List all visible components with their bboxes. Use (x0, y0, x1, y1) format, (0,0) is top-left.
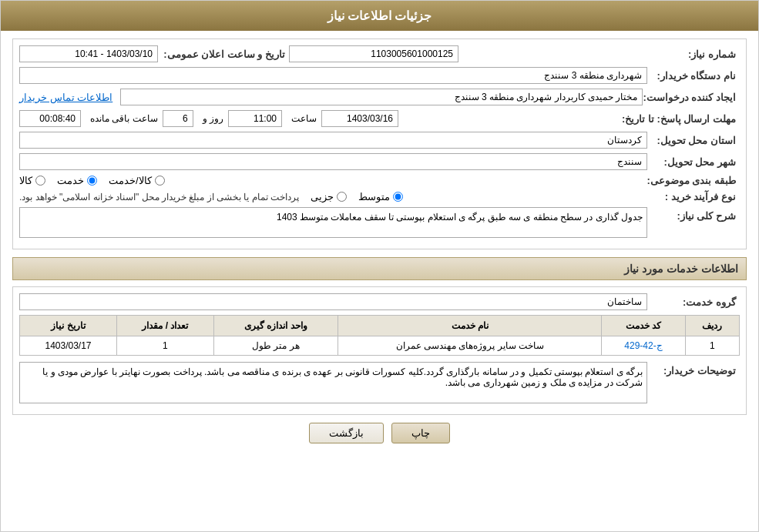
col-radif: ردیف (685, 316, 739, 336)
mohlat-value-cell: ساعت روز و ساعت باقی مانده (19, 110, 622, 127)
motovaset-item: متوسط (358, 191, 403, 202)
ijad-row: ایجاد کننده درخواست: اطلاعات تماس خریدار (19, 89, 740, 105)
sharh-value-cell: جدول گذاری در سطح منطقه ی سه طبق پرگه ی … (19, 207, 647, 238)
tabaqe-row: طبقه بندی موضوعی: کالا/خدمت خدمت (19, 175, 740, 186)
basic-info-section: شماره نیاز: تاریخ و ساعت اعلان عمومی: نا… (12, 38, 747, 249)
farayand-label: نوع فرآیند خرید : (647, 191, 740, 202)
back-button[interactable]: بازگشت (309, 423, 384, 443)
tosih-value-cell: برگه ی استعلام بپوستی تکمیل و در سامانه … (19, 362, 647, 403)
ijad-value-cell: اطلاعات تماس خریدار (19, 89, 643, 105)
page-wrapper: جزئیات اطلاعات نیاز شماره نیاز: تاریخ و … (0, 0, 759, 532)
radio-kala-khadamat[interactable] (155, 176, 165, 186)
dastgah-value-cell (19, 67, 647, 84)
sharh-row: شرح کلی نیاز: جدول گذاری در سطح منطقه ی … (19, 207, 740, 238)
mohlat-row: مهلت ارسال پاسخ: تا تاریخ: ساعت روز و سا… (19, 110, 740, 127)
group-input[interactable] (19, 293, 647, 310)
shomare-label: شماره نیاز: (647, 49, 740, 60)
farayand-group: متوسط جزیی پرداخت تمام یا بخشی از مبلغ خ… (19, 191, 403, 202)
radio-kala-khadamat-item: کالا/خدمت (109, 175, 165, 186)
radio-khadamat-item: خدمت (57, 175, 97, 186)
ijad-input[interactable] (120, 89, 643, 105)
radio-kala-item: کالا (19, 175, 45, 186)
dastgah-row: نام دستگاه خریدار: (19, 67, 740, 84)
tosih-label: توضیحات خریدار: (647, 362, 740, 376)
page-header: جزئیات اطلاعات نیاز (1, 1, 758, 31)
group-value-cell (19, 293, 647, 310)
tabaqe-radio-group: کالا/خدمت خدمت کالا (19, 175, 165, 186)
farayand-value-cell: متوسط جزیی پرداخت تمام یا بخشی از مبلغ خ… (19, 191, 647, 202)
shomare-value-cell (289, 45, 647, 62)
ostan-value-cell (19, 132, 647, 149)
radio-motovaset[interactable] (393, 192, 403, 202)
services-table: ردیف کد خدمت نام خدمت واحد اندازه گیری ت… (19, 315, 740, 356)
shomare-row: شماره نیاز: تاریخ و ساعت اعلان عمومی: (19, 45, 740, 62)
mohlat-group: ساعت روز و ساعت باقی مانده (19, 110, 398, 127)
ettelaat-tamas-link[interactable]: اطلاعات تماس خریدار (19, 92, 113, 103)
jozii-item: جزیی (311, 191, 347, 202)
radio-jozii-label: جزیی (311, 191, 334, 202)
content-area: شماره نیاز: تاریخ و ساعت اعلان عمومی: نا… (1, 31, 758, 459)
cell-date: 1403/03/17 (20, 336, 117, 356)
sharh-label: شرح کلی نیاز: (647, 207, 740, 222)
mohlat-label: مهلت ارسال پاسخ: تا تاریخ: (622, 113, 740, 125)
dastgah-label: نام دستگاه خریدار: (647, 70, 740, 82)
shahr-value-cell (19, 153, 647, 170)
mohlat-date-input[interactable] (321, 110, 398, 127)
shahr-row: شهر محل تحویل: (19, 153, 740, 170)
print-button[interactable]: چاپ (391, 423, 450, 443)
group-label: گروه خدمت: (647, 296, 740, 308)
sharh-textarea[interactable]: جدول گذاری در سطح منطقه ی سه طبق پرگه ی … (19, 207, 647, 238)
shahr-input[interactable] (19, 153, 647, 170)
page-title: جزئیات اطلاعات نیاز (327, 9, 432, 22)
ostan-row: استان محل تحویل: (19, 132, 740, 149)
radio-kala[interactable] (35, 176, 45, 186)
tabaqe-value-cell: کالا/خدمت خدمت کالا (19, 175, 646, 186)
col-date: تاریخ نیاز (20, 316, 117, 336)
mohlat-saat-label: ساعت (291, 113, 317, 124)
ostan-label: استان محل تحویل: (647, 135, 740, 146)
radio-kala-label: کالا (19, 175, 32, 186)
mohlat-baqi-input[interactable] (19, 110, 81, 127)
services-section-title: اطلاعات خدمات مورد نیاز (12, 257, 747, 280)
radio-jozii[interactable] (337, 192, 347, 202)
cell-name: ساخت سایر پروژه‌های مهندسی عمران (338, 336, 602, 356)
button-row: چاپ بازگشت (12, 423, 747, 443)
process-description: پرداخت تمام یا بخشی از مبلغ خریدار محل "… (19, 192, 299, 202)
shahr-label: شهر محل تحویل: (647, 156, 740, 168)
col-count: تعداد / مقدار (117, 316, 214, 336)
radio-khadamat[interactable] (87, 176, 97, 186)
farayand-row: نوع فرآیند خرید : متوسط جزیی پرداخت تمام… (19, 191, 740, 202)
shomare-input[interactable] (289, 45, 458, 62)
group-row: گروه خدمت: (19, 293, 740, 310)
cell-unit: هر متر طول (213, 336, 338, 356)
tarikh-label: تاریخ و ساعت اعلان عمومی: (158, 49, 289, 60)
tarikh-value-cell (19, 45, 158, 62)
mohlat-rooz-label: روز و (203, 113, 223, 124)
mohlat-baqi-label: ساعت باقی مانده (90, 113, 158, 124)
cell-code: ج-42-429 (602, 336, 686, 356)
radio-khadamat-label: خدمت (57, 175, 84, 186)
dastgah-input[interactable] (19, 67, 647, 84)
col-name: نام خدمت (338, 316, 602, 336)
services-section: گروه خدمت: ردیف کد خدمت نام خدمت واحد ان… (12, 286, 747, 415)
cell-radif: 1 (685, 336, 739, 356)
col-code: کد خدمت (602, 316, 686, 336)
tabaqe-label: طبقه بندی موضوعی: (646, 175, 740, 186)
tosih-textarea[interactable]: برگه ی استعلام بپوستی تکمیل و در سامانه … (19, 362, 647, 403)
radio-kala-khadamat-label: کالا/خدمت (109, 175, 152, 186)
tosih-row: توضیحات خریدار: برگه ی استعلام بپوستی تک… (19, 362, 740, 403)
cell-count: 1 (117, 336, 214, 356)
radio-motovaset-label: متوسط (358, 191, 390, 202)
ostan-input[interactable] (19, 132, 647, 149)
col-unit: واحد اندازه گیری (213, 316, 338, 336)
table-row: 1 ج-42-429 ساخت سایر پروژه‌های مهندسی عم… (20, 336, 740, 356)
ijad-label: ایجاد کننده درخواست: (643, 92, 740, 103)
mohlat-rooz-input[interactable] (163, 110, 193, 127)
mohlat-saat-input[interactable] (228, 110, 282, 127)
tarikh-input[interactable] (19, 45, 158, 62)
